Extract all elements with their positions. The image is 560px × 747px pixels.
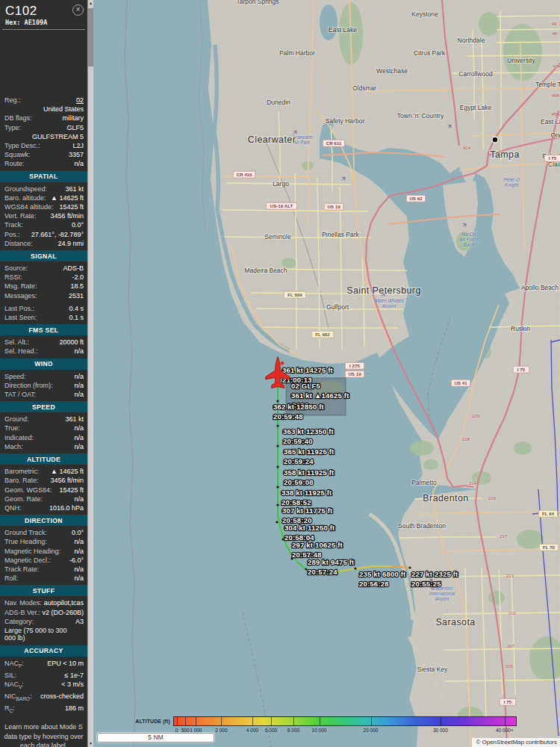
airport-label: International xyxy=(429,591,455,596)
data-row: Route:n/a xyxy=(0,159,87,168)
data-row: Geom. WGS84:15425 ft xyxy=(0,486,87,495)
trail-point[interactable] xyxy=(276,486,279,488)
data-value: n/a xyxy=(74,548,84,555)
exit-number: 45B xyxy=(552,112,560,117)
data-label: Speed: xyxy=(4,373,26,380)
data-row: Nav. Modes:autopilot,tcas xyxy=(0,598,87,607)
trail-point[interactable] xyxy=(408,566,411,568)
airport-label: Airport xyxy=(382,303,396,309)
sidebar-rows: Reg.:02United StatesDB flags:militaryTyp… xyxy=(0,96,87,716)
place-label: Saint Petersburg xyxy=(346,285,421,296)
exit-number: 229 xyxy=(472,414,480,418)
trail-point[interactable] xyxy=(276,424,279,427)
data-label: RSSI: xyxy=(4,273,22,281)
receiver-location-dot[interactable] xyxy=(492,137,498,143)
data-label: WGS84 altitude: xyxy=(4,203,54,211)
place-label: Dunedin xyxy=(267,99,290,106)
data-row: Geom. Rate:n/a xyxy=(0,495,87,503)
trail-label-time: 20:59:40 xyxy=(283,437,313,445)
airport-label: Albert Whitted xyxy=(373,298,404,303)
data-value: v2 (DO-260B) xyxy=(42,609,84,616)
data-label: Messages: xyxy=(4,292,37,300)
data-label: Pos.: xyxy=(4,231,20,238)
map-svg[interactable]: ✈✈✈✈✈✈ ClearwaterAir ParkAlbert WhittedA… xyxy=(93,0,560,747)
flight-tracker-app: C102 × Hex: AE109A Reg.:02United StatesD… xyxy=(0,0,560,747)
trail-label: 365 kt 11925 ft xyxy=(284,447,335,456)
data-label: Sel. Head.: xyxy=(4,347,38,355)
osm-attribution[interactable]: © OpenStreetMap contributors xyxy=(472,738,560,747)
exit-number: 228 xyxy=(462,437,470,441)
trail-point[interactable] xyxy=(276,465,279,468)
data-value: n/a xyxy=(74,538,84,545)
exit-number: 46B xyxy=(552,93,560,98)
road-shield-label: I 75 xyxy=(517,367,526,372)
place-label: Egypt Lake xyxy=(460,104,492,111)
scroll-down-icon[interactable]: ▼ xyxy=(88,740,93,747)
data-value: A3 xyxy=(75,618,84,625)
exit-number: 224 xyxy=(469,481,477,486)
altitude-legend-title: ALTITUDE (ft) xyxy=(93,719,170,724)
scrollbar-thumb[interactable] xyxy=(88,8,93,66)
data-row: Track Rate:n/a xyxy=(0,565,87,574)
trail-label: 362 kt 12850 ft xyxy=(273,403,325,411)
data-label: ADS-B Ver.: xyxy=(4,609,40,616)
data-row: Category:A3 xyxy=(0,617,87,626)
exit-number: 207 xyxy=(507,644,515,648)
data-label: Mach: xyxy=(4,443,23,450)
section-header: SPATIAL xyxy=(0,171,87,182)
trail-point[interactable] xyxy=(276,521,278,523)
trail-label-time: 20:59:48 xyxy=(273,412,303,421)
data-value: 361 kt xyxy=(65,415,84,423)
trail-point[interactable] xyxy=(276,503,279,506)
sidebar-scrollbar[interactable]: ▲ ▼ xyxy=(87,0,93,747)
place-label: Gulfport xyxy=(326,303,349,311)
data-row: Barometric:▲ 14625 ft xyxy=(0,467,87,476)
section-header: DIRECTION xyxy=(0,515,87,526)
place-label: East Lake xyxy=(541,118,560,125)
place-label: Siesta Key xyxy=(417,666,448,673)
data-value: 27.661°, -82.789° xyxy=(31,231,84,238)
place-label: Ruskin xyxy=(511,325,530,332)
data-label: True: xyxy=(4,424,20,432)
data-label: Source: xyxy=(4,264,28,272)
data-value: 186 m xyxy=(65,704,84,715)
trail-point[interactable] xyxy=(276,444,279,447)
data-row: Msg. Rate:18.5 xyxy=(0,282,87,291)
sidebar-header: C102 × Hex: AE109A xyxy=(0,0,87,26)
airport-label: Airport xyxy=(435,596,449,602)
trail-label: 361 kt 14275 ft xyxy=(282,366,334,374)
data-row: GULFSTREAM 5 xyxy=(0,132,87,141)
scroll-up-icon[interactable]: ▲ xyxy=(88,0,93,7)
data-value: GULFSTREAM 5 xyxy=(32,133,84,140)
road-shield-label: US 92 xyxy=(409,196,423,201)
place-label: University xyxy=(507,57,535,64)
data-row: Reg.:02 xyxy=(0,96,87,105)
scale-bar: 5 NM xyxy=(97,733,214,743)
data-label: Baro. altitude: xyxy=(4,194,46,202)
road-shield-label: US 19 xyxy=(348,371,361,376)
data-value: 3456 ft/min xyxy=(50,477,84,484)
trail-label: 304 kt 11250 ft xyxy=(284,524,335,532)
data-label: Groundspeed: xyxy=(4,185,47,193)
exit-number: 220 xyxy=(488,496,497,500)
data-label: Track Rate: xyxy=(4,565,39,573)
place-label: Madeira Beach xyxy=(244,267,287,274)
aircraft-photo-placeholder xyxy=(0,30,87,96)
map-canvas[interactable]: ✈✈✈✈✈✈ ClearwaterAir ParkAlbert WhittedA… xyxy=(93,0,560,747)
data-label: NACP: xyxy=(4,660,24,670)
data-label: Barometric: xyxy=(4,468,39,475)
data-label: NICBARO: xyxy=(4,692,31,703)
data-value[interactable]: 02 xyxy=(76,96,84,104)
data-row: Squawk:3357 xyxy=(0,150,87,159)
receiver-layer xyxy=(492,137,498,143)
close-icon[interactable]: × xyxy=(72,4,84,16)
data-label: RC: xyxy=(4,704,15,715)
data-label: Category: xyxy=(4,618,34,625)
data-row: WGS84 altitude:15425 ft xyxy=(0,202,87,211)
trail-label: 338 kt 11925 ft xyxy=(281,489,332,497)
section-header: ACCURACY xyxy=(0,645,87,657)
data-row: Roll:n/a xyxy=(0,574,87,583)
data-label: Nav. Modes: xyxy=(4,599,42,607)
trail-point[interactable] xyxy=(354,567,356,569)
data-value: L2J xyxy=(72,142,84,149)
